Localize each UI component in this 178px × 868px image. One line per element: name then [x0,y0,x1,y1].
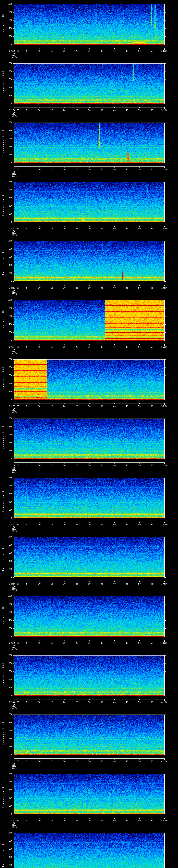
date-line: 2015 [6,352,22,354]
y-tick-label: 400 [4,619,12,621]
y-tick-label: 800 [4,130,12,132]
y-axis-title: Frequency (Hz) [2,721,4,748]
y-tick-label: 400 [4,679,12,681]
y-tick-label: 200 [4,864,12,866]
spectrogram-panel: Frequency (Hz)0200400600800100022:30:005… [0,59,178,118]
y-tick-label: 400 [4,87,12,89]
y-tick-label: 600 [4,315,12,317]
y-tick-label: 800 [4,248,12,250]
y-tick-label: 800 [4,307,12,309]
y-tick-label: 1000 [4,654,12,656]
y-tick-label: 1000 [4,536,12,538]
y-tick-label: 1000 [4,595,12,597]
y-tick-label: 200 [4,35,12,37]
date-line: 2015 [6,767,22,769]
end-time-label: 34:00 [157,287,172,289]
end-time-label: 40:00 [157,642,172,644]
y-tick-label: 0 [4,103,12,105]
y-tick-label: 0 [4,754,12,756]
y-tick-label: 800 [4,189,12,191]
y-axis-title: Frequency (Hz) [2,780,4,808]
y-tick-label: 1000 [4,299,12,301]
spectrogram-panel: Frequency (Hz)0200400600800100022:36:005… [0,414,178,473]
date-line: 2015 [6,589,22,591]
spectrogram-panel: Frequency (Hz)0200400600800100022:39:005… [0,592,178,651]
date-line: 2015 [6,175,22,177]
y-tick-label: 200 [4,272,12,274]
y-tick-label: 1000 [4,477,12,478]
y-tick-label: 0 [4,458,12,460]
date-line: 2015 [6,412,22,414]
end-time-label: 38:00 [157,524,172,526]
spectrogram-panel: Frequency (Hz)0200400600800100022:33:005… [0,237,178,296]
date-line: 2015 [6,116,22,118]
y-tick-label: 600 [4,730,12,732]
y-tick-label: 600 [4,197,12,199]
end-time-label: 33:00 [157,228,172,230]
y-tick-label: 600 [4,611,12,613]
y-tick-label: 200 [4,627,12,629]
y-tick-label: 400 [4,442,12,444]
y-tick-label: 200 [4,687,12,688]
y-tick-label: 1000 [4,62,12,64]
y-tick-label: 0 [4,280,12,282]
end-time-label: 31:00 [157,110,172,111]
y-tick-label: 0 [4,162,12,164]
y-tick-label: 400 [4,738,12,740]
y-axis-title: Frequency (Hz) [2,544,4,571]
y-tick-label: 1000 [4,832,12,834]
y-tick-label: 600 [4,19,12,21]
spectrogram-panel: Frequency (Hz)0200400600800100022:41:005… [0,710,178,770]
y-axis-title: Frequency (Hz) [2,129,4,156]
y-tick-label: 200 [4,746,12,748]
y-tick-label: 0 [4,695,12,696]
y-tick-label: 400 [4,264,12,266]
y-tick-label: 400 [4,501,12,503]
y-tick-label: 400 [4,856,12,858]
y-tick-label: 400 [4,383,12,384]
y-tick-label: 1000 [4,181,12,183]
y-axis-title: Frequency (Hz) [2,307,4,334]
y-tick-label: 400 [4,27,12,29]
y-axis-title: Frequency (Hz) [2,840,4,867]
y-tick-label: 400 [4,146,12,148]
y-tick-label: 1000 [4,417,12,420]
y-tick-label: 800 [4,840,12,842]
y-tick-label: 800 [4,662,12,664]
y-tick-label: 200 [4,154,12,156]
y-tick-label: 600 [4,434,12,436]
end-time-label: 41:00 [157,701,172,703]
date-line: 2015 [6,530,22,532]
y-tick-label: 1000 [4,713,12,715]
y-tick-label: 200 [4,509,12,511]
y-tick-label: 1000 [4,773,12,775]
spectrogram-panel: Frequency (Hz)0200400600800100022:42:005… [0,770,178,829]
y-tick-label: 0 [4,576,12,578]
y-tick-label: 400 [4,323,12,325]
y-axis-title: Frequency (Hz) [2,603,4,630]
y-tick-label: 200 [4,213,12,215]
y-tick-label: 600 [4,138,12,140]
y-axis-title: Frequency (Hz) [2,248,4,275]
spectrogram-panel: Frequency (Hz)0200400600800100022:31:005… [0,118,178,178]
end-time-label: 43:00 [157,820,172,822]
y-axis-title: Frequency (Hz) [2,484,4,512]
y-tick-label: 800 [4,781,12,783]
y-tick-label: 200 [4,332,12,333]
spectrogram-panel: Frequency (Hz)0200400600800100022:38:005… [0,533,178,592]
spectrogram-panel: Frequency (Hz)0200400600800100022:35:005… [0,355,178,414]
y-tick-label: 800 [4,722,12,723]
end-time-label: 36:00 [157,405,172,407]
y-tick-label: 600 [4,79,12,81]
spectrogram-panel: Frequency (Hz)0200400600800100022:43:005… [0,829,178,868]
date-line: 2015 [6,57,22,59]
y-tick-label: 0 [4,340,12,341]
y-tick-label: 600 [4,493,12,495]
spectrogram-canvas [0,829,178,868]
date-line: 2015 [6,708,22,710]
end-time-label: 30:00 [157,50,172,52]
date-line: 2015 [6,649,22,650]
y-tick-label: 1000 [4,122,12,123]
y-tick-label: 0 [4,43,12,45]
y-axis-title: Frequency (Hz) [2,11,4,38]
